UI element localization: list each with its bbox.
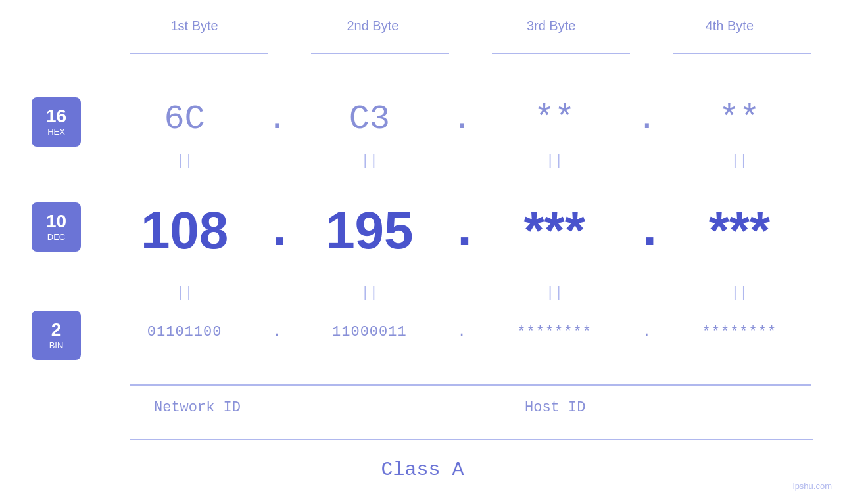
bin-b2: 11000011	[290, 324, 448, 340]
hex-dot-2: .	[449, 100, 475, 139]
badge-hex-number: 16	[46, 107, 66, 126]
bracket-top-4	[673, 53, 811, 54]
hex-row: 6C . C3 . ** . **	[105, 100, 819, 139]
class-a-label: Class A	[381, 459, 464, 481]
dec-dot-2: .	[449, 201, 475, 261]
dec-dot-1: .	[264, 201, 290, 261]
network-id-label: Network ID	[154, 400, 241, 416]
bin-dot-2: .	[449, 324, 475, 340]
dec-b4: ***	[660, 200, 819, 261]
dec-b2: 195	[290, 200, 448, 261]
badge-hex-label: HEX	[47, 127, 65, 137]
eq-mid-1: ||	[105, 285, 264, 301]
eq-mid-4: ||	[660, 285, 819, 301]
eq-top-2: ||	[290, 153, 448, 170]
badge-bin-number: 2	[51, 321, 62, 339]
hex-b1: 6C	[105, 100, 264, 139]
dec-b1: 108	[105, 200, 264, 261]
eq-top-3: ||	[475, 153, 634, 170]
column-headers: 1st Byte 2nd Byte 3rd Byte 4th Byte	[105, 18, 819, 34]
badge-hex: 16 HEX	[32, 97, 81, 147]
dec-row: 108 . 195 . *** . ***	[105, 200, 819, 261]
hex-dot-1: .	[264, 100, 290, 139]
col-header-1: 1st Byte	[105, 18, 283, 34]
equals-top-row: || || || ||	[105, 153, 819, 170]
equals-mid-row: || || || ||	[105, 285, 819, 301]
bracket-top-1	[130, 53, 268, 54]
bracket-class-a	[130, 439, 813, 440]
host-id-label: Host ID	[525, 400, 585, 416]
hex-b4: **	[660, 100, 819, 139]
eq-top-4: ||	[660, 153, 819, 170]
bin-b4: ********	[660, 324, 819, 340]
col-header-4: 4th Byte	[640, 18, 819, 34]
bin-b3: ********	[475, 324, 634, 340]
eq-top-1: ||	[105, 153, 264, 170]
watermark: ipshu.com	[793, 481, 832, 491]
badge-bin-label: BIN	[49, 340, 64, 350]
col-header-2: 2nd Byte	[283, 18, 462, 34]
dec-b3: ***	[475, 200, 634, 261]
dec-dot-3: .	[634, 201, 660, 261]
eq-mid-2: ||	[290, 285, 448, 301]
badge-dec: 10 DEC	[32, 202, 81, 252]
bin-row: 01101100 . 11000011 . ******** . *******…	[105, 324, 819, 340]
badge-dec-number: 10	[46, 212, 66, 231]
bracket-top-2	[311, 53, 449, 54]
bin-dot-1: .	[264, 324, 290, 340]
badge-dec-label: DEC	[47, 232, 65, 242]
badge-bin: 2 BIN	[32, 311, 81, 360]
bracket-host-id	[311, 384, 811, 386]
main-container: 16 HEX 10 DEC 2 BIN 1st Byte 2nd Byte 3r…	[0, 0, 845, 504]
col-header-3: 3rd Byte	[462, 18, 640, 34]
hex-dot-3: .	[634, 100, 660, 139]
bracket-network-id	[130, 384, 318, 386]
hex-b2: C3	[290, 100, 448, 139]
bracket-top-3	[492, 53, 630, 54]
eq-mid-3: ||	[475, 285, 634, 301]
bin-dot-3: .	[634, 324, 660, 340]
hex-b3: **	[475, 100, 634, 139]
bin-b1: 01101100	[105, 324, 264, 340]
